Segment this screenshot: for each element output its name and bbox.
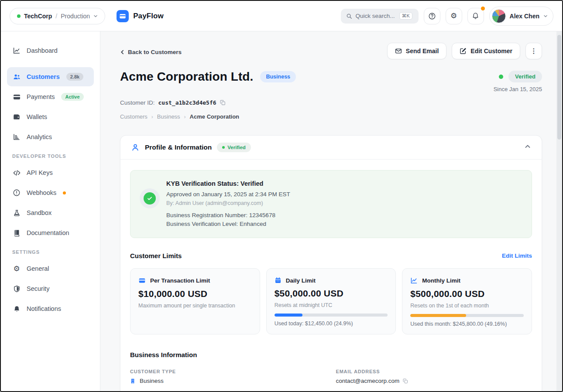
field-label: EMAIL ADDRESS xyxy=(336,369,532,374)
sidebar-item-payments[interactable]: Payments Active xyxy=(7,87,94,106)
org-switcher[interactable]: TechCorp / Production xyxy=(10,8,105,24)
edit-customer-button[interactable]: Edit Customer xyxy=(452,43,520,59)
sidebar-item-label: Wallets xyxy=(27,113,47,120)
limit-title: Daily Limit xyxy=(286,277,316,284)
progress-fill xyxy=(275,314,303,317)
sidebar-section-settings: SETTINGS xyxy=(7,243,94,259)
customers-count-badge: 2.8k xyxy=(66,73,83,81)
kebab-icon: ⋮ xyxy=(531,47,537,55)
sidebar-item-notifications[interactable]: Notifications xyxy=(7,299,94,318)
bell-icon xyxy=(472,12,479,20)
sidebar-item-customers[interactable]: Customers 2.8k xyxy=(7,67,94,86)
edit-icon xyxy=(460,48,467,55)
profile-verified-badge: Verified xyxy=(217,143,251,152)
credit-card-icon xyxy=(138,277,146,284)
scrollbar-thumb[interactable] xyxy=(557,35,561,140)
chevron-left-icon xyxy=(120,50,125,55)
breadcrumb-customers[interactable]: Customers xyxy=(120,113,148,120)
limit-usage: Used today: $12,450.00 (24.9%) xyxy=(275,320,388,327)
customer-since: Since Jan 15, 2025 xyxy=(494,86,542,92)
breadcrumb-separator: › xyxy=(151,114,153,120)
sidebar-item-api-keys[interactable]: API Keys xyxy=(7,163,94,182)
user-menu[interactable]: Alex Chen xyxy=(489,7,553,26)
sidebar-item-documentation[interactable]: Documentation xyxy=(7,223,94,242)
field-email: EMAIL ADDRESS contact@acmecorp.com xyxy=(336,369,532,384)
bar-chart-icon xyxy=(12,133,21,141)
send-email-button[interactable]: Send Email xyxy=(387,43,446,59)
sidebar-item-label: Customers xyxy=(27,73,60,80)
daily-limit-card: Daily Limit $50,000.00 USD Resets at mid… xyxy=(266,268,396,334)
business-info-grid: CUSTOMER TYPE Business EMAIL ADDRESS con… xyxy=(130,369,532,391)
sidebar-item-label: Sandbox xyxy=(27,209,51,216)
sidebar-item-analytics[interactable]: Analytics xyxy=(7,127,94,147)
sidebar-item-sandbox[interactable]: Sandbox xyxy=(7,203,94,222)
help-icon xyxy=(428,12,436,20)
search-icon xyxy=(346,13,352,19)
org-status-dot xyxy=(17,14,21,18)
verified-badge: Verified xyxy=(508,71,542,82)
chevron-down-icon xyxy=(543,14,548,18)
org-separator: / xyxy=(55,13,57,20)
collapse-chevron-icon[interactable] xyxy=(524,143,531,152)
kyb-details: KYB Verification Status: Verified Approv… xyxy=(166,180,290,227)
page-title: Acme Corporation Ltd. xyxy=(120,70,253,84)
settings-button[interactable]: ⚙ xyxy=(446,8,462,24)
quick-search[interactable]: ⌘K xyxy=(341,9,419,24)
profile-information-card: Profile & Information Verified xyxy=(120,135,542,391)
limit-title: Monthly Limit xyxy=(422,277,460,284)
main-content: Back to Customers Send Email Edit Custom… xyxy=(100,31,562,391)
kyb-status-banner: KYB Verification Status: Verified Approv… xyxy=(130,170,532,238)
sidebar-item-general[interactable]: ⚙ General xyxy=(7,259,94,278)
breadcrumb-business[interactable]: Business xyxy=(157,113,180,120)
sidebar: Dashboard Customers 2.8k Payments Active… xyxy=(1,31,100,391)
back-to-customers-link[interactable]: Back to Customers xyxy=(120,49,182,55)
limit-cards: Per Transaction Limit $10,000.00 USD Max… xyxy=(130,268,532,334)
line-chart-icon xyxy=(12,47,21,55)
email-value: contact@acmecorp.com xyxy=(336,378,400,384)
payflow-logo-icon xyxy=(117,10,129,22)
topbar-actions: ⌘K ⚙ Alex Chen xyxy=(341,7,553,26)
user-name: Alex Chen xyxy=(510,13,539,20)
sidebar-item-security[interactable]: Security xyxy=(7,279,94,298)
kyb-title: KYB Verification Status: Verified xyxy=(166,180,290,187)
kyb-approved: Approved on January 15, 2025 at 2:34 PM … xyxy=(166,191,290,198)
wallet-icon xyxy=(12,113,21,121)
sidebar-item-wallets[interactable]: Wallets xyxy=(7,107,94,126)
sidebar-section-developer-tools: DEVELOPER TOOLS xyxy=(7,147,94,163)
credit-card-icon xyxy=(12,93,21,101)
sidebar-item-label: Analytics xyxy=(27,133,52,140)
search-shortcut-kbd: ⌘K xyxy=(399,12,412,20)
chevron-down-icon xyxy=(93,14,98,18)
code-icon xyxy=(12,169,21,177)
help-button[interactable] xyxy=(424,8,440,24)
monthly-limit-card: Monthly Limit $500,000.00 USD Resets on … xyxy=(402,268,532,334)
alert-circle-icon xyxy=(12,189,21,197)
business-information-heading: Business Information xyxy=(130,351,532,358)
sidebar-item-label: Webhooks xyxy=(27,189,56,196)
copy-icon[interactable] xyxy=(403,378,408,384)
sidebar-item-label: Documentation xyxy=(27,229,69,236)
edit-limits-link[interactable]: Edit Limits xyxy=(502,252,532,259)
gear-icon: ⚙ xyxy=(12,265,21,273)
monthly-limit-progress xyxy=(410,314,524,317)
copy-icon[interactable] xyxy=(220,100,226,106)
person-icon xyxy=(131,143,140,152)
kyb-registration-number: Business Registration Number: 12345678 xyxy=(166,212,290,218)
notifications-button[interactable] xyxy=(467,8,484,24)
customer-type-value: Business xyxy=(140,378,164,384)
top-bar: TechCorp / Production PayFlow ⌘K ⚙ xyxy=(1,1,562,31)
page-actions: Send Email Edit Customer ⋮ xyxy=(387,43,542,59)
profile-card-header[interactable]: Profile & Information Verified xyxy=(120,136,542,160)
scrollbar[interactable] xyxy=(556,31,562,391)
notification-dot xyxy=(481,7,485,10)
brand[interactable]: PayFlow xyxy=(117,10,164,22)
sidebar-item-dashboard[interactable]: Dashboard xyxy=(7,41,94,60)
more-actions-button[interactable]: ⋮ xyxy=(525,43,542,59)
search-input[interactable] xyxy=(356,13,396,19)
breadcrumb-separator: › xyxy=(184,114,186,120)
limit-amount: $500,000.00 USD xyxy=(410,289,524,299)
sidebar-item-webhooks[interactable]: Webhooks xyxy=(7,183,94,202)
limit-amount: $10,000.00 USD xyxy=(138,289,252,299)
sidebar-item-label: Notifications xyxy=(27,305,61,312)
verified-status-dot xyxy=(499,75,503,79)
